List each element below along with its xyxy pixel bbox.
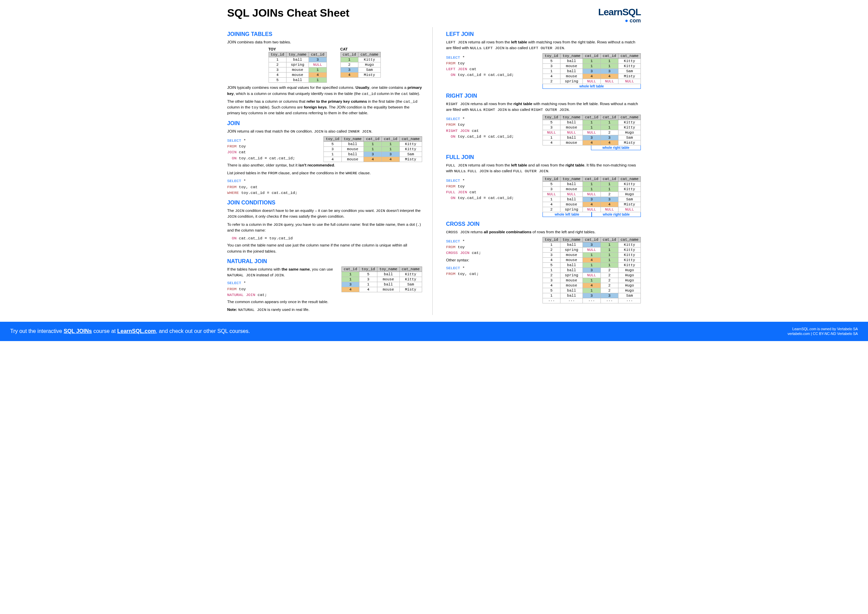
p-cond3: You can omit the table name and use just… — [227, 242, 422, 254]
p-cond2: To refer to a column in the JOIN query, … — [227, 222, 422, 234]
full-join-result: toy_idtoy_namecat_idcat_idcat_name5ball1… — [542, 176, 641, 212]
p-left: LEFT JOIN returns all rows from the left… — [446, 39, 641, 51]
p-pk: JOIN typically combines rows with equal … — [227, 85, 422, 97]
p-nat2: The common column appears only once in t… — [227, 299, 422, 305]
toy-label: TOY — [268, 47, 327, 51]
h-cross-join: CROSS JOIN — [446, 221, 641, 227]
sql-full-join: SELECT * FROM toy FULL JOIN cat ON toy.c… — [446, 178, 514, 201]
cap-right: whole right table — [591, 146, 641, 150]
h-right-join: RIGHT JOIN — [446, 93, 641, 99]
p-join-desc: JOIN returns all rows that match the ON … — [227, 129, 422, 134]
sql-cond: ON ON cat.cat_id = toy.cat_idcat.cat_id … — [227, 235, 422, 241]
p-nat1: If the tables have columns with the same… — [227, 267, 335, 278]
natural-result-table: cat_idtoy_idtoy_namecat_name15ballKitty1… — [341, 267, 422, 292]
p-full: FULL JOIN returns all rows from the left… — [446, 163, 641, 174]
h-natural: NATURAL JOIN — [227, 258, 422, 264]
sql-join: SELECT * FROM toy JOIN cat ON toy.cat_id… — [227, 138, 295, 161]
footer-cta: Try out the interactive SQL JOINs course… — [10, 328, 250, 334]
cap-full-l: whole left table — [542, 212, 592, 217]
join-result-table: toy_idtoy_namecat_idcat_idcat_name5ball1… — [324, 136, 422, 162]
h-join-cond: JOIN CONDITIONS — [227, 200, 422, 206]
sql-natural: SELECT * FROM toy NATURAL JOIN cat; — [227, 280, 335, 298]
sql-cross-join2: SELECT * FROM toy, cat; — [446, 265, 482, 277]
right-join-result: toy_idtoy_namecat_idcat_idcat_name5ball1… — [542, 115, 641, 146]
cross-join-result: toy_idtoy_namecat_idcat_idcat_name1ball3… — [542, 237, 641, 304]
p-intro: JOIN combines data from two tables. — [227, 39, 422, 45]
link-site[interactable]: LearnSQL.com — [117, 328, 156, 334]
sql-left-join: SELECT * FROM toy LEFT JOIN cat ON toy.c… — [446, 54, 514, 78]
p-old-syntax: There is also another, older syntax, but… — [227, 163, 422, 168]
p-other: Other syntax: — [446, 257, 482, 263]
cap-left: whole left table — [542, 84, 641, 89]
p-old-syntax2: List joined tables in the FROM clause, a… — [227, 170, 422, 176]
p-nat3: Note: NATURAL JOIN is rarely used in rea… — [227, 307, 422, 313]
cat-label: CAT — [340, 47, 381, 51]
logo-text: LearnSQL — [598, 7, 641, 18]
p-cross: CROSS JOIN returns all possible combinat… — [446, 229, 641, 235]
link-course[interactable]: SQL JOINs — [64, 328, 92, 334]
sql-cross-join: SELECT * FROM toy CROSS JOIN cat; — [446, 238, 482, 256]
sql-join-old: SELECT * FROM toy, cat WHERE toy.cat_id … — [227, 178, 422, 195]
left-column: JOINING TABLES JOIN combines data from t… — [227, 27, 432, 315]
logo: LearnSQL com — [598, 7, 641, 24]
footer: Try out the interactive SQL JOINs course… — [0, 322, 868, 341]
source-tables: TOY toy_idtoy_namecat_id1ball32springNUL… — [227, 47, 422, 83]
h-left-join: LEFT JOIN — [446, 31, 641, 37]
page-title: SQL JOINs Cheat Sheet — [227, 7, 349, 19]
p-right: RIGHT JOIN returns all rows from the rig… — [446, 101, 641, 113]
h-join: JOIN — [227, 120, 422, 126]
h-joining-tables: JOINING TABLES — [227, 31, 422, 37]
cat-table: cat_idcat_name1Kitty2Hugo3Sam4Misty — [340, 52, 381, 78]
p-fk: The other table has a column or columns … — [227, 99, 422, 116]
left-join-result: toy_idtoy_namecat_idcat_idcat_name5ball1… — [542, 53, 641, 84]
right-column: LEFT JOIN LEFT JOIN returns all rows fro… — [446, 27, 641, 315]
sql-right-join: SELECT * FROM toy RIGHT JOIN cat ON toy.… — [446, 116, 514, 140]
toy-table: toy_idtoy_namecat_id1ball32springNULL3mo… — [268, 52, 327, 83]
h-full-join: FULL JOIN — [446, 154, 641, 160]
logo-sub: com — [598, 18, 641, 24]
cap-full-r: whole right table — [592, 212, 641, 217]
footer-legal: LearnSQL.com is owned by Vertabelo SA ve… — [787, 327, 858, 336]
p-cond1: The JOIN condition doesn't have to be an… — [227, 208, 422, 220]
